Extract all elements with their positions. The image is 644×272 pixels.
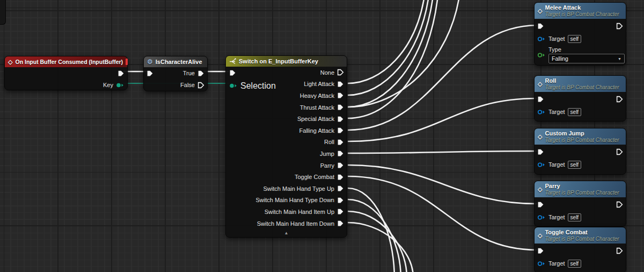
collapse-arrow-icon[interactable]: ▲ xyxy=(226,229,347,237)
exec-out-pin[interactable] xyxy=(616,23,623,30)
exec-out-pin[interactable] xyxy=(337,150,344,157)
exec-in-pin[interactable] xyxy=(537,96,544,103)
node-header[interactable]: ◇ Toggle Combat Target is BP Combat Char… xyxy=(535,227,626,244)
wire-smh-item-down-offscreen-bottom xyxy=(348,223,413,272)
switch-output-label: Roll xyxy=(324,139,334,145)
exec-row xyxy=(535,92,626,106)
node-title: Switch on E_InputBufferKey xyxy=(239,56,318,67)
node-title: Parry xyxy=(545,183,619,189)
switch-outputs: NoneLight AttackHeavy AttackThrust Attac… xyxy=(226,67,347,229)
target-pin-row: Target self xyxy=(535,106,626,118)
target-value-box[interactable]: self xyxy=(568,108,582,116)
exec-row: True xyxy=(144,67,207,79)
exec-out-pin[interactable] xyxy=(337,208,344,215)
switch-output-row: Special Attack xyxy=(226,113,347,125)
node-roll: ◇ Roll Target is BP Combat Character Tar… xyxy=(534,75,626,121)
exec-out-pin[interactable] xyxy=(337,116,344,123)
exec-in-pin[interactable] xyxy=(147,70,153,77)
exec-row xyxy=(535,145,626,159)
event-diamond-icon: ◇ xyxy=(538,8,542,14)
exec-in-pin[interactable] xyxy=(537,247,544,254)
switch-output-label: Heavy Attack xyxy=(300,92,334,99)
key-pin[interactable] xyxy=(116,82,125,88)
target-pin[interactable] xyxy=(537,162,546,168)
target-pin-label: Target xyxy=(548,35,565,42)
target-pin[interactable] xyxy=(537,109,546,115)
exec-in-pin[interactable] xyxy=(229,69,236,76)
selection-pin[interactable] xyxy=(229,83,238,89)
exec-out-pin[interactable] xyxy=(118,70,125,77)
switch-icon xyxy=(229,58,236,65)
offscreen-node-corner xyxy=(0,0,6,25)
event-diamond-icon: ◇ xyxy=(8,59,12,65)
exec-out-pin[interactable] xyxy=(337,220,344,227)
node-header[interactable]: ◇ On Input Buffer Consumed (InputBuffer) xyxy=(5,56,127,67)
type-pin[interactable] xyxy=(537,52,546,58)
exec-out-pin[interactable] xyxy=(337,81,344,88)
selection-row: Selection xyxy=(229,81,276,91)
switch-output-label: Light Attack xyxy=(304,81,334,87)
node-header[interactable]: ◇ Roll Target is BP Combat Character xyxy=(535,76,626,92)
exec-in-pin[interactable] xyxy=(537,148,544,155)
exec-in-pin[interactable] xyxy=(537,23,544,30)
node-is-character-alive: ⚙ IsCharacterAlive True False xyxy=(143,56,208,91)
switch-output-row: Switch Main Hand Type Up xyxy=(226,183,347,195)
exec-out-pin[interactable] xyxy=(616,148,623,155)
exec-row xyxy=(535,244,626,257)
false-pin-label: False xyxy=(180,82,195,88)
exec-out-pin[interactable] xyxy=(337,127,344,134)
node-title: IsCharacterAlive xyxy=(156,56,202,67)
switch-output-label: Falling Attack xyxy=(299,127,334,134)
target-value-box[interactable]: self xyxy=(568,213,582,221)
node-title: On Input Buffer Consumed (InputBuffer) xyxy=(15,56,123,67)
target-pin-label: Target xyxy=(548,109,565,115)
target-value-box[interactable]: self xyxy=(568,35,582,43)
node-header[interactable]: ⚙ IsCharacterAlive xyxy=(144,56,207,67)
true-exec-pin[interactable] xyxy=(197,70,204,77)
wire-parry-to-parry xyxy=(348,165,537,204)
delegate-box-icon[interactable] xyxy=(126,59,128,65)
exec-row xyxy=(535,19,626,33)
exec-in-pin[interactable] xyxy=(537,201,544,208)
blueprint-graph-canvas[interactable]: ◇ On Input Buffer Consumed (InputBuffer)… xyxy=(0,0,644,272)
false-row: False xyxy=(144,79,207,91)
exec-out-pin[interactable] xyxy=(337,69,344,76)
exec-out-pin[interactable] xyxy=(337,197,344,204)
target-value-box[interactable]: self xyxy=(568,161,582,169)
exec-out-pin[interactable] xyxy=(616,201,623,208)
switch-output-label: None xyxy=(320,69,334,76)
node-subtitle: Target is BP Combat Character xyxy=(545,11,619,17)
exec-out-pin[interactable] xyxy=(337,139,344,146)
node-header[interactable]: ◇ Melee Attack Target is BP Combat Chara… xyxy=(535,3,626,19)
wire-roll-to-roll xyxy=(348,98,537,141)
node-header[interactable]: Switch on E_InputBufferKey xyxy=(226,56,347,67)
node-header[interactable]: ◇ Custom Jump Target is BP Combat Charac… xyxy=(535,128,626,145)
target-pin-label: Target xyxy=(548,260,565,267)
switch-output-label: Parry xyxy=(320,162,334,169)
exec-out-pin[interactable] xyxy=(337,92,344,99)
switch-output-row: Thrust Attack xyxy=(226,102,347,113)
switch-output-row: Roll xyxy=(226,137,347,148)
target-pin-label: Target xyxy=(548,214,565,220)
event-diamond-icon: ◇ xyxy=(538,134,542,140)
exec-out-pin[interactable] xyxy=(616,247,623,254)
target-pin-row: Target self xyxy=(535,33,626,45)
target-pin[interactable] xyxy=(537,214,546,220)
node-on-input-buffer-consumed: ◇ On Input Buffer Consumed (InputBuffer)… xyxy=(4,56,128,90)
exec-out-pin[interactable] xyxy=(337,162,344,169)
false-exec-pin[interactable] xyxy=(197,82,204,89)
target-pin[interactable] xyxy=(537,36,546,42)
target-pin[interactable] xyxy=(537,261,546,267)
node-subtitle: Target is BP Combat Character xyxy=(545,84,619,90)
node-subtitle: Target is BP Combat Character xyxy=(545,137,619,143)
switch-output-row: Parry xyxy=(226,160,347,171)
exec-out-pin[interactable] xyxy=(337,185,344,192)
switch-output-row: Switch Main Hand Type Down xyxy=(226,195,347,206)
exec-out-pin[interactable] xyxy=(337,104,344,111)
target-value-box[interactable]: self xyxy=(568,260,582,268)
exec-out-pin[interactable] xyxy=(616,96,623,103)
exec-out-pin[interactable] xyxy=(337,174,344,181)
type-dropdown[interactable]: Falling ▼ xyxy=(548,54,625,63)
node-header[interactable]: ◇ Parry Target is BP Combat Character xyxy=(535,181,626,197)
type-dropdown-value: Falling xyxy=(552,55,568,62)
